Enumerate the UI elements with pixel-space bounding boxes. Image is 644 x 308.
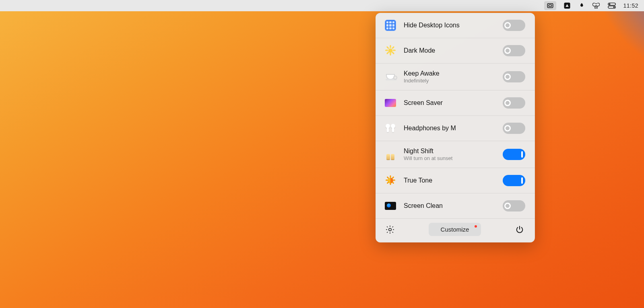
sun-icon — [384, 45, 396, 57]
row-label: Screen Clean — [404, 202, 495, 209]
svg-point-6 — [613, 6, 615, 8]
menubar-app-icon[interactable] — [544, 1, 556, 10]
gear-icon[interactable] — [384, 224, 396, 235]
menubar-flame-icon[interactable] — [578, 0, 584, 11]
notification-dot-icon — [475, 225, 477, 228]
lamp-icon — [384, 148, 396, 160]
power-icon[interactable] — [514, 224, 525, 235]
row-label: Screen Saver — [404, 99, 495, 107]
customize-button[interactable]: Customize — [429, 223, 481, 236]
screen-clean-icon — [384, 200, 396, 212]
grid-icon — [384, 19, 396, 31]
svg-rect-0 — [548, 4, 553, 8]
toggle-dark-mode[interactable] — [503, 45, 525, 56]
popover-footer: Customize — [376, 219, 535, 241]
svg-point-4 — [609, 3, 611, 5]
row-screen-saver[interactable]: Screen Saver — [376, 90, 535, 116]
row-night-shift[interactable]: Night Shift Will turn on at sunset — [376, 141, 535, 168]
row-label: Hide Desktop Icons — [404, 22, 495, 29]
row-sublabel: Indefinitely — [404, 78, 495, 84]
menubar-butterfly-icon[interactable] — [592, 0, 601, 11]
row-hide-desktop[interactable]: Hide Desktop Icons — [376, 13, 535, 38]
row-keep-awake[interactable]: Keep Awake Indefinitely — [376, 64, 535, 90]
toggle-hide-desktop[interactable] — [503, 20, 525, 31]
toggle-screen-saver[interactable] — [503, 97, 525, 109]
row-label: Headphones by M — [404, 125, 495, 132]
toggle-headphones[interactable] — [503, 123, 525, 134]
menubar-clock[interactable]: 11:52 — [623, 0, 638, 11]
control-popover: Hide Desktop Icons Dark Mode Keep — [376, 13, 535, 242]
svg-point-7 — [389, 228, 391, 230]
toggle-true-tone[interactable] — [503, 175, 525, 186]
toggle-screen-clean[interactable] — [503, 200, 525, 211]
desktop-wallpaper — [0, 11, 644, 308]
svg-rect-1 — [549, 5, 552, 7]
row-headphones[interactable]: Headphones by M — [376, 116, 535, 141]
menubar-triangle-icon[interactable] — [564, 0, 571, 11]
customize-label: Customize — [441, 226, 469, 233]
row-screen-clean[interactable]: Screen Clean — [376, 193, 535, 219]
row-label: True Tone — [404, 177, 495, 184]
row-true-tone[interactable]: True Tone — [376, 168, 535, 193]
toggle-night-shift[interactable] — [503, 149, 525, 160]
screensaver-icon — [384, 97, 396, 109]
toggle-keep-awake[interactable] — [503, 71, 525, 82]
coffee-cup-icon — [384, 71, 396, 83]
row-dark-mode[interactable]: Dark Mode — [376, 38, 535, 64]
true-tone-icon — [384, 175, 396, 187]
menubar-toggles-icon[interactable] — [608, 0, 616, 11]
menubar: 11:52 — [0, 0, 644, 11]
row-sublabel: Will turn on at sunset — [404, 155, 495, 161]
row-label: Night Shift — [404, 148, 495, 155]
row-label: Dark Mode — [404, 47, 495, 54]
airpods-icon — [384, 122, 396, 134]
row-label: Keep Awake — [404, 70, 495, 77]
